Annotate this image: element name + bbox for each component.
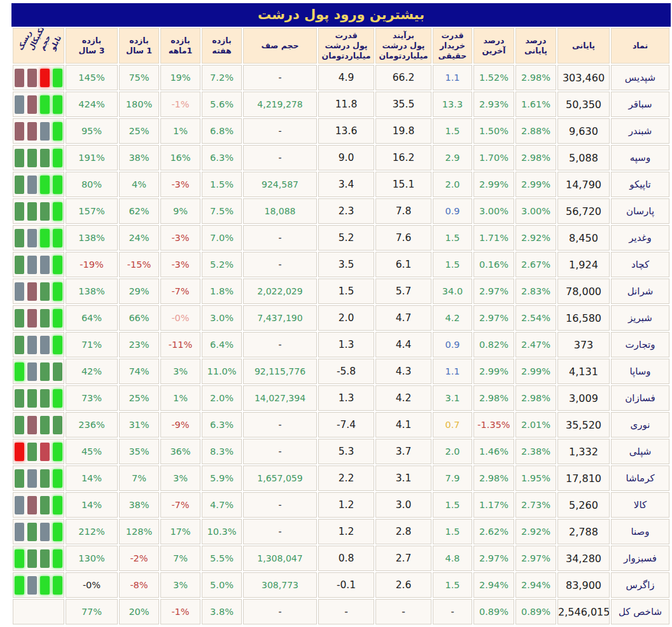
symbol-cell[interactable]: فسازان bbox=[611, 385, 669, 411]
big-money-power-cell: 1.2 bbox=[318, 519, 374, 544]
indicator-bar bbox=[15, 282, 24, 301]
col-header-month1-return[interactable]: بازده1ماهه bbox=[160, 28, 200, 64]
year1-return-cell: 128% bbox=[119, 519, 159, 544]
indicator-bar bbox=[15, 523, 24, 541]
year1-return-cell: 66% bbox=[119, 305, 159, 331]
indicator-bar bbox=[40, 256, 50, 274]
symbol-cell[interactable]: وغدیر bbox=[611, 225, 669, 251]
table-row: وسپه5,0882.98%1.70%2.916.29.0-6.3%16%38%… bbox=[13, 145, 669, 170]
symbol-cell[interactable]: وصنا bbox=[611, 519, 669, 544]
col-header-big-money-power[interactable]: قدرتپول درشتمیلیاردتومان bbox=[318, 28, 374, 64]
symbol-cell[interactable]: فسبزوار bbox=[611, 546, 669, 571]
buyer-power-cell: 4.8 bbox=[433, 546, 472, 571]
indicator-label: ریسک bbox=[16, 39, 28, 52]
year3-return-cell: 236% bbox=[66, 412, 118, 438]
queue-volume-cell: 7,437,190 bbox=[243, 305, 317, 331]
close-pct-cell: 2.98% bbox=[515, 145, 556, 170]
year3-return-cell: 95% bbox=[66, 118, 118, 144]
big-money-power-cell: 13.6 bbox=[318, 118, 374, 144]
year1-return-cell: -2% bbox=[119, 546, 159, 571]
symbol-cell[interactable]: پارسان bbox=[611, 198, 669, 224]
indicator-bar bbox=[40, 176, 50, 194]
indicator-bars-cell bbox=[13, 412, 64, 438]
close-cell: 56,720 bbox=[557, 198, 610, 224]
close-pct-cell: 2.38% bbox=[515, 439, 556, 464]
col-header-close-pct[interactable]: درصدپایانی bbox=[515, 28, 556, 64]
buyer-power-cell: 1.5 bbox=[433, 225, 472, 251]
close-cell: 35,520 bbox=[557, 412, 610, 438]
indicator-bar bbox=[40, 336, 50, 354]
symbol-cell[interactable]: تاپیکو bbox=[611, 172, 669, 197]
col-header-year1-return[interactable]: بازده1 سال bbox=[119, 28, 159, 64]
col-header-queue-volume[interactable]: حجم صف bbox=[243, 28, 317, 64]
indicator-bars-cell bbox=[13, 252, 64, 277]
symbol-cell[interactable]: وتجارت bbox=[611, 332, 669, 357]
last-pct-cell: 3.00% bbox=[473, 198, 514, 224]
week-return-cell: 6.3% bbox=[202, 412, 242, 438]
symbol-cell[interactable]: شرانل bbox=[611, 279, 669, 304]
big-money-power-cell: 1.3 bbox=[318, 385, 374, 411]
symbol-cell[interactable]: سباقر bbox=[611, 92, 669, 117]
symbol-cell[interactable]: کرماشا bbox=[611, 465, 669, 491]
buyer-power-cell: 4.2 bbox=[433, 305, 472, 331]
net-big-money-cell: 4.3 bbox=[375, 359, 431, 384]
year1-return-cell: -15% bbox=[119, 252, 159, 277]
symbol-cell[interactable]: زاگرس bbox=[611, 572, 669, 598]
close-cell: 9,630 bbox=[557, 118, 610, 144]
indicator-bar bbox=[15, 149, 24, 167]
symbol-cell[interactable]: شبندر bbox=[611, 118, 669, 144]
col-header-last-pct[interactable]: درصدآخرین bbox=[473, 28, 514, 64]
net-big-money-cell: 4.2 bbox=[375, 385, 431, 411]
table-row: وتجارت3732.47%0.82%0.94.41.3-6.4%-11%23%… bbox=[13, 332, 669, 357]
close-cell: 303,460 bbox=[557, 65, 610, 90]
indicator-bar bbox=[15, 469, 24, 488]
table-row: نوری35,5202.01%-1.35%0.74.1-7.4-6.3%-9%3… bbox=[13, 412, 669, 438]
queue-volume-cell: 4,219,278 bbox=[243, 92, 317, 117]
year3-return-cell: 145% bbox=[66, 65, 118, 90]
col-header-week-return[interactable]: بازدههفته bbox=[202, 28, 242, 64]
year1-return-cell: 29% bbox=[119, 279, 159, 304]
queue-volume-cell: - bbox=[243, 519, 317, 544]
col-header-year3-return[interactable]: بازده3 سال bbox=[66, 28, 118, 64]
close-pct-cell: 2.92% bbox=[515, 519, 556, 544]
big-money-power-cell: 5.3 bbox=[318, 439, 374, 464]
last-pct-cell: 0.89% bbox=[473, 599, 514, 624]
col-header-indicators[interactable]: ریسکتکنیکالحجمتابلو bbox=[13, 28, 64, 64]
col-header-buyer-power[interactable]: قدرتخریدارحقیقی bbox=[433, 28, 472, 64]
table-row: تاپیکو14,7902.99%2.99%2.015.13.4924,5871… bbox=[13, 172, 669, 197]
table-row: شبندر9,6302.88%1.50%1.519.813.6-6.8%1%25… bbox=[13, 118, 669, 144]
indicator-bar bbox=[15, 95, 24, 114]
symbol-cell[interactable]: شپلی bbox=[611, 439, 669, 464]
col-header-net-big-money[interactable]: برآیندپول درشتمیلیاردتومان bbox=[375, 28, 431, 64]
indicator-bar bbox=[15, 496, 24, 514]
week-return-cell: 6.3% bbox=[202, 145, 242, 170]
week-return-cell: 11.0% bbox=[202, 359, 242, 384]
indicator-bar bbox=[27, 69, 37, 87]
col-header-symbol[interactable]: نماد bbox=[611, 28, 669, 64]
table-row: سباقر50,3501.61%2.93%13.335.511.84,219,2… bbox=[13, 92, 669, 117]
symbol-cell[interactable]: شاخص کل bbox=[611, 599, 669, 624]
month1-return-cell: -1% bbox=[160, 92, 200, 117]
big-money-power-cell: - bbox=[318, 599, 374, 624]
symbol-cell[interactable]: شبریز bbox=[611, 305, 669, 331]
indicator-bar bbox=[15, 202, 24, 221]
symbol-cell[interactable]: نوری bbox=[611, 412, 669, 438]
month1-return-cell: 16% bbox=[160, 145, 200, 170]
table-row: شپلی1,3322.38%1.46%2.03.75.3-8.3%36%35%4… bbox=[13, 439, 669, 464]
symbol-cell[interactable]: وسپه bbox=[611, 145, 669, 170]
symbol-cell[interactable]: کالا bbox=[611, 492, 669, 518]
last-pct-cell: 2.99% bbox=[473, 359, 514, 384]
week-return-cell: 8.3% bbox=[202, 439, 242, 464]
big-money-power-cell: 1.2 bbox=[318, 492, 374, 518]
symbol-cell[interactable]: وساپا bbox=[611, 359, 669, 384]
col-header-close[interactable]: پایانی bbox=[557, 28, 610, 64]
table-row: فسازان3,0092.98%2.98%3.14.21.314,027,394… bbox=[13, 385, 669, 411]
queue-volume-cell: - bbox=[243, 439, 317, 464]
symbol-cell[interactable]: شپدیس bbox=[611, 65, 669, 90]
last-pct-cell: 0.16% bbox=[473, 252, 514, 277]
big-money-power-cell: 5.2 bbox=[318, 225, 374, 251]
indicator-bar bbox=[15, 389, 24, 408]
year3-return-cell: 80% bbox=[66, 172, 118, 197]
symbol-cell[interactable]: کچاد bbox=[611, 252, 669, 277]
week-return-cell: 2.0% bbox=[202, 385, 242, 411]
